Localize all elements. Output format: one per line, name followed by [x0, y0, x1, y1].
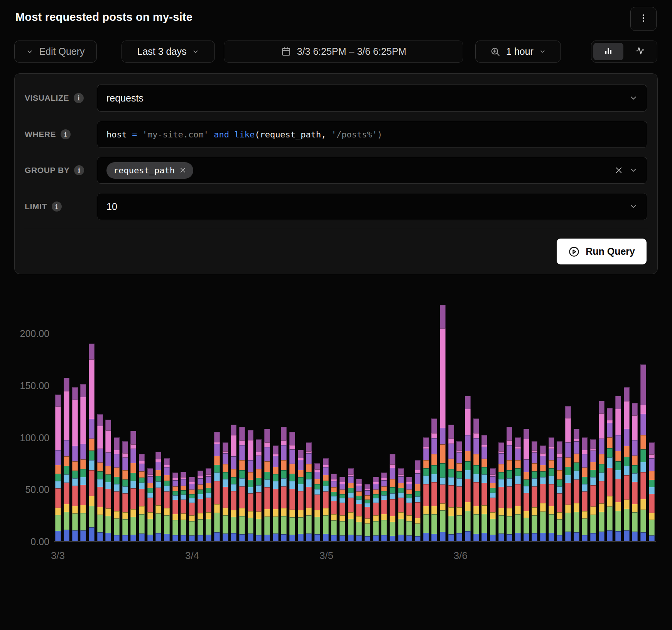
- segment-yellow: [281, 508, 287, 516]
- segment-pink: [64, 391, 69, 440]
- group-by-select[interactable]: request_path: [97, 157, 647, 184]
- segment-pink: [97, 426, 103, 449]
- segment-emerald: [473, 465, 479, 474]
- segment-emerald: [381, 491, 387, 495]
- segment-orange: [273, 467, 279, 474]
- visualize-select[interactable]: requests: [97, 85, 647, 112]
- limit-select[interactable]: 10: [97, 193, 647, 220]
- segment-purple: [473, 438, 479, 454]
- edit-query-button[interactable]: Edit Query: [14, 41, 97, 63]
- segment-blue: [164, 534, 170, 541]
- run-query-button[interactable]: Run Query: [557, 239, 647, 264]
- granularity-select[interactable]: 1 hour: [475, 41, 561, 63]
- segment-yellow: [114, 511, 120, 518]
- segment-yellow: [599, 503, 604, 512]
- stacked-bar: [390, 454, 395, 541]
- segment-purple: [323, 467, 329, 474]
- info-icon[interactable]: i: [61, 129, 71, 139]
- segment-emerald: [640, 449, 646, 462]
- segment-green: [532, 515, 537, 533]
- segment-blue: [423, 533, 429, 541]
- segment-blue: [582, 535, 588, 541]
- info-icon[interactable]: i: [74, 165, 84, 175]
- segment-green: [398, 519, 404, 535]
- segment-blue: [557, 535, 562, 541]
- segment-orange: [607, 437, 613, 448]
- granularity-label: 1 hour: [506, 46, 534, 57]
- segment-purple: [423, 449, 429, 460]
- segment-orange: [147, 483, 153, 488]
- group-by-chip[interactable]: request_path: [106, 162, 193, 179]
- y-axis-tick-label: 100.00: [15, 432, 49, 444]
- segment-blue: [331, 535, 337, 541]
- segment-sky: [481, 474, 487, 483]
- segment-emerald: [139, 478, 145, 483]
- segment-plum: [423, 437, 429, 447]
- info-icon[interactable]: i: [52, 202, 62, 212]
- segment-purple: [590, 450, 596, 462]
- segment-emerald: [540, 471, 546, 477]
- segment-blue: [448, 534, 454, 541]
- bar-chart-toggle[interactable]: [593, 43, 623, 60]
- stacked-bar: [507, 427, 512, 541]
- segment-red: [155, 488, 161, 505]
- chip-remove-icon[interactable]: [179, 167, 186, 174]
- segment-sky: [557, 486, 562, 493]
- segment-orange: [348, 483, 354, 488]
- segment-red: [381, 500, 387, 514]
- segment-blue: [440, 532, 446, 541]
- segment-emerald: [189, 494, 195, 498]
- segment-sky: [532, 478, 537, 486]
- date-range-button[interactable]: 3/3 6:25PM – 3/6 6:25PM: [224, 41, 463, 63]
- segment-plum: [348, 468, 354, 474]
- segment-blue: [406, 535, 412, 541]
- date-range-label: 3/3 6:25PM – 3/6 6:25PM: [297, 46, 407, 57]
- segment-emerald: [289, 474, 295, 481]
- segment-green: [523, 518, 529, 533]
- segment-green: [498, 515, 504, 533]
- segment-sky: [89, 460, 95, 470]
- segment-blue: [507, 534, 512, 541]
- segment-blue: [381, 535, 387, 541]
- segment-purple: [415, 473, 420, 484]
- where-input[interactable]: host = 'my-site.com' and like(request_pa…: [97, 121, 647, 148]
- clear-field-icon[interactable]: [615, 166, 623, 174]
- segment-sky: [423, 476, 429, 484]
- stacked-bar: [607, 408, 613, 541]
- segment-blue: [431, 534, 437, 541]
- segment-green: [97, 515, 103, 532]
- segment-blue: [523, 533, 529, 541]
- segment-green: [239, 516, 245, 534]
- segment-plum: [490, 468, 496, 474]
- segment-green: [339, 521, 345, 535]
- segment-orange: [231, 469, 236, 477]
- segment-sky: [607, 457, 613, 468]
- segment-purple: [565, 442, 571, 457]
- segment-blue: [139, 533, 145, 541]
- segment-emerald: [223, 472, 228, 479]
- segment-orange: [314, 479, 320, 484]
- info-icon[interactable]: i: [74, 93, 84, 103]
- stacked-bar: [231, 425, 236, 541]
- segment-pink: [624, 401, 630, 429]
- stacked-bar: [339, 477, 345, 541]
- stacked-bar: [431, 418, 437, 541]
- segment-yellow: [223, 508, 228, 515]
- segment-sky: [565, 475, 571, 483]
- segment-sky: [248, 487, 253, 493]
- segment-orange: [356, 491, 362, 496]
- time-range-select[interactable]: Last 3 days: [122, 41, 215, 63]
- line-chart-toggle[interactable]: [625, 43, 655, 60]
- segment-sky: [97, 479, 103, 487]
- kebab-menu-button[interactable]: [630, 7, 657, 31]
- segment-sky: [373, 498, 379, 503]
- segment-sky: [80, 477, 86, 484]
- segment-plum: [615, 396, 621, 409]
- segment-plum: [105, 420, 111, 430]
- segment-red: [239, 486, 245, 508]
- segment-blue: [365, 536, 370, 541]
- stacked-bar: [314, 463, 320, 541]
- segment-blue: [540, 533, 546, 541]
- segment-plum: [264, 429, 270, 442]
- segment-purple: [339, 484, 345, 489]
